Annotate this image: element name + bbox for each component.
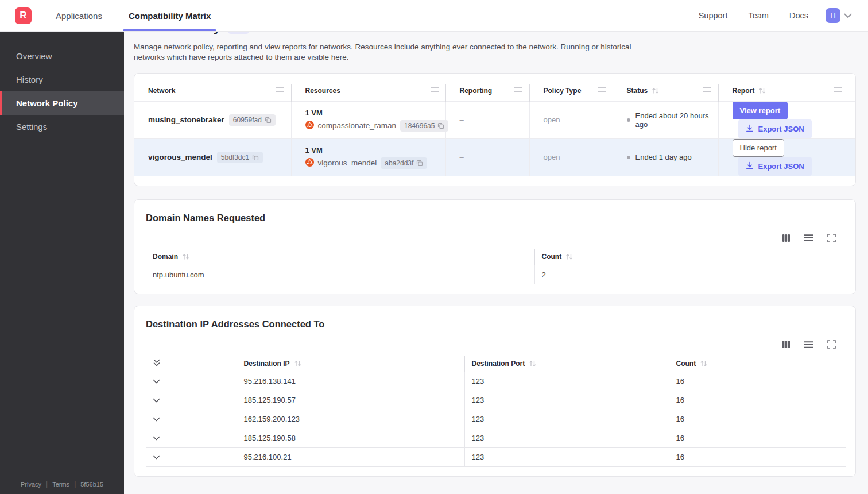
network-row[interactable]: musing_stonebraker 60959fad 1 VM — [134, 101, 855, 138]
resource-hash-badge: 184696a5 — [400, 120, 448, 132]
column-resize-handle[interactable] — [514, 87, 522, 92]
copy-icon[interactable] — [252, 154, 259, 161]
terms-link[interactable]: Terms — [52, 481, 69, 488]
col-header-expand-all — [146, 356, 237, 372]
table-toolbar — [134, 340, 855, 349]
user-avatar[interactable]: H — [826, 8, 840, 23]
col-header-status[interactable]: Status — [613, 84, 718, 101]
download-icon — [746, 161, 754, 171]
fullscreen-icon[interactable] — [827, 340, 836, 349]
expand-row-icon[interactable] — [153, 417, 160, 422]
destination-ips-card: Destination IP Addresses Connected To — [134, 306, 856, 477]
ubuntu-icon — [305, 158, 314, 168]
status-dot-icon — [627, 118, 630, 122]
expand-row-icon[interactable] — [153, 455, 160, 460]
count-value: 16 — [669, 447, 846, 466]
ip-row[interactable]: 162.159.200.123 123 16 — [146, 410, 846, 429]
col-header-destination-port[interactable]: Destination Port — [464, 356, 669, 372]
footer-divider: | — [74, 480, 76, 488]
nav-link-team[interactable]: Team — [748, 11, 768, 20]
port-value: 123 — [464, 410, 669, 429]
ip-value: 185.125.190.58 — [237, 429, 464, 447]
policy-type-value: open — [529, 138, 613, 176]
networks-table: Network Resources Reporting Policy Type — [134, 84, 855, 176]
sidebar-item-network-policy[interactable]: Network Policy — [0, 91, 124, 115]
count-value: 16 — [669, 410, 846, 429]
sort-icon[interactable] — [758, 87, 766, 94]
ip-row[interactable]: 95.216.138.141 123 16 — [146, 372, 846, 391]
nav-link-docs[interactable]: Docs — [789, 11, 808, 20]
ip-value: 185.125.190.57 — [237, 391, 464, 410]
expand-row-icon[interactable] — [153, 398, 160, 403]
networks-card: Network Resources Reporting Policy Type — [134, 73, 856, 186]
copy-icon[interactable] — [416, 160, 423, 167]
network-name: vigorous_mendel — [148, 153, 212, 161]
column-resize-handle[interactable] — [834, 87, 842, 92]
app-logo-letter: R — [20, 10, 26, 21]
col-header-count[interactable]: Count — [534, 249, 846, 265]
port-value: 123 — [464, 391, 669, 410]
ip-value: 162.159.200.123 — [237, 410, 464, 429]
count-value: 16 — [669, 429, 846, 447]
row-density-icon[interactable] — [804, 341, 814, 349]
chevron-down-icon[interactable] — [844, 13, 852, 18]
status-dot-icon — [627, 156, 630, 159]
domain-value: ntp.ubuntu.com — [146, 265, 534, 284]
ips-card-title: Destination IP Addresses Connected To — [134, 317, 855, 330]
expand-all-icon[interactable] — [153, 358, 161, 367]
copy-icon[interactable] — [265, 117, 272, 124]
columns-icon[interactable] — [782, 234, 790, 242]
sort-icon[interactable] — [182, 253, 189, 260]
port-value: 123 — [464, 372, 669, 391]
ip-row[interactable]: 185.125.190.58 123 16 — [146, 429, 846, 447]
ip-row[interactable]: 185.125.190.57 123 16 — [146, 391, 846, 410]
columns-icon[interactable] — [782, 340, 790, 349]
privacy-link[interactable]: Privacy — [21, 481, 41, 488]
sidebar-item-overview[interactable]: Overview — [0, 44, 124, 68]
status-value: Ended 1 day ago — [627, 153, 718, 161]
expand-row-icon[interactable] — [153, 379, 160, 384]
nav-link-support[interactable]: Support — [699, 11, 728, 20]
resource-hash-badge: aba2dd3f — [381, 157, 427, 169]
tab-applications[interactable]: Applications — [52, 0, 106, 31]
tab-compatibility-matrix[interactable]: Compatibility Matrix — [125, 0, 214, 31]
row-density-icon[interactable] — [804, 234, 814, 242]
ip-value: 95.216.100.21 — [237, 447, 464, 466]
port-value: 123 — [464, 447, 669, 466]
column-resize-handle[interactable] — [703, 87, 711, 92]
sidebar-item-settings[interactable]: Settings — [0, 115, 124, 138]
reporting-value: – — [445, 138, 529, 176]
col-header-report[interactable]: Report — [718, 84, 855, 101]
view-report-button[interactable]: View report — [733, 102, 788, 119]
expand-row-icon[interactable] — [153, 436, 160, 441]
domain-row[interactable]: ntp.ubuntu.com 2 — [146, 265, 846, 284]
networks-table-header: Network Resources Reporting Policy Type — [134, 84, 855, 101]
count-value: 16 — [669, 372, 846, 391]
network-row[interactable]: vigorous_mendel 5bdf3dc1 1 VM — [134, 138, 855, 176]
export-json-button[interactable]: Export JSON — [738, 157, 812, 176]
col-header-count[interactable]: Count — [669, 356, 846, 372]
col-header-domain[interactable]: Domain — [146, 249, 534, 265]
sort-icon[interactable] — [700, 360, 707, 367]
export-json-button[interactable]: Export JSON — [738, 119, 812, 138]
col-header-policy-type: Policy Type — [529, 84, 613, 101]
sort-icon[interactable] — [529, 360, 536, 367]
sidebar-footer: Privacy | Terms | 5f56b15 — [0, 480, 124, 488]
fullscreen-icon[interactable] — [827, 234, 836, 242]
sort-icon[interactable] — [294, 360, 301, 367]
column-resize-handle[interactable] — [431, 87, 439, 92]
column-resize-handle[interactable] — [276, 87, 284, 92]
app-logo[interactable]: R — [15, 7, 32, 24]
ip-row[interactable]: 95.216.100.21 123 16 — [146, 447, 846, 466]
column-resize-handle[interactable] — [598, 87, 606, 92]
ips-table-header: Destination IP Destination Port — [146, 356, 846, 372]
domains-card-title: Domain Names Requested — [134, 210, 855, 223]
table-toolbar — [134, 234, 855, 242]
sort-icon[interactable] — [565, 253, 573, 260]
hide-report-button[interactable]: Hide report — [733, 139, 784, 157]
sidebar-item-history[interactable]: History — [0, 68, 124, 91]
col-header-destination-ip[interactable]: Destination IP — [237, 356, 464, 372]
avatar-letter: H — [830, 11, 835, 20]
sort-icon[interactable] — [652, 87, 659, 94]
copy-icon[interactable] — [437, 122, 444, 129]
